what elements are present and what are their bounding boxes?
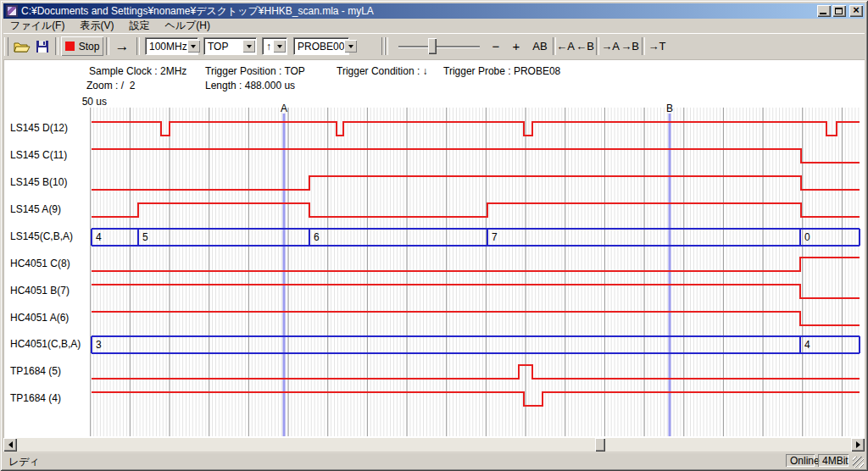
triangle-left-icon [5,441,13,448]
menu-view[interactable]: 表示(V) [73,18,122,34]
open-file-button[interactable] [12,37,32,56]
channel-label: LS145 C(11) [10,149,90,161]
chevron-down-icon[interactable] [187,40,200,53]
scrollbar-thumb[interactable] [595,438,605,452]
scroll-left-button[interactable] [3,438,17,452]
window-title: C:¥Documents and Settings¥noname¥デスクトップ¥… [21,4,815,19]
run-button[interactable]: → [111,36,133,56]
minimize-button[interactable] [817,5,831,17]
resize-grip[interactable] [853,457,864,468]
set-a-icon: →A [601,40,620,53]
zoom-out-button[interactable]: − [487,36,505,56]
trigger-probe-value: PROBE00 [294,41,344,53]
toolbar-grip[interactable] [4,37,8,56]
app-window: C:¥Documents and Settings¥noname¥デスクトップ¥… [0,0,868,471]
channel-label: LS145 B(10) [10,176,90,188]
stop-button[interactable]: Stop [61,36,103,56]
status-online: Online [786,454,815,467]
arrow-a-icon: ←A [556,40,575,53]
minus-icon: − [492,39,500,53]
ab-label: AB [532,40,547,53]
goto-marker-a-button[interactable]: ←A [556,36,575,56]
maximize-button[interactable] [832,5,846,17]
channel-label: HC4051 B(7) [10,285,90,296]
channel-label: LS145 A(9) [10,203,90,215]
save-file-button[interactable] [32,37,53,56]
sample-clock-value: 100MHz [146,41,187,53]
set-b-icon: →B [620,40,639,53]
horizontal-scrollbar[interactable] [3,438,865,452]
trigger-position-value: TOP [204,41,242,53]
channel-label: HC4051(C,B,A) [10,338,90,350]
zoom-info: Zoom : / 2 [86,80,135,91]
menu-file[interactable]: ファイル(F) [3,18,73,34]
open-folder-icon [14,41,31,53]
toolbar-separator [136,37,140,55]
menu-help[interactable]: ヘルプ(H) [158,18,219,34]
status-message: レディ [8,455,40,469]
trigger-edge-value: ↑ [263,41,273,53]
app-icon [6,5,18,17]
zoom-slider[interactable] [397,36,481,56]
stop-icon [65,42,75,51]
zoom-slider-thumb[interactable] [428,38,437,54]
scroll-right-button[interactable] [851,438,865,452]
set-marker-b-button[interactable]: →B [620,36,639,56]
trigger-position-combo[interactable]: TOP [203,37,257,55]
status-bar: レディ Online 4MBit [3,452,865,468]
goto-marker-b-button[interactable]: ←B [576,36,594,56]
time-axis-label: 50 us [73,96,107,108]
channel-label: LS145 D(12) [10,122,90,134]
stop-label: Stop [79,41,100,53]
goto-trigger-button[interactable]: →T [648,36,666,56]
toolbar-separator [106,37,109,55]
chevron-down-icon[interactable] [242,40,255,53]
toolbar-separator [385,37,388,55]
channel-label: HC4051 A(6) [10,312,90,324]
run-arrow-icon: → [115,38,130,55]
trigger-condition-info: Trigger Condition : ↓ [337,65,428,77]
menu-bar: ファイル(F) 表示(V) 設定 ヘルプ(H) [3,19,865,33]
toolbar-separator [596,37,599,55]
trigger-probe-info: Trigger Probe : PROBE08 [443,65,560,77]
waveform-panel[interactable] [3,59,865,438]
arrow-b-icon: ←B [576,40,594,53]
toolbar-separator [55,37,58,55]
trigger-arrow-icon: →T [648,40,666,53]
set-marker-a-button[interactable]: →A [601,36,620,56]
status-memory: 4MBit [818,454,849,467]
channel-label: LS145(C,B,A) [10,230,90,242]
chevron-down-icon[interactable] [344,40,357,53]
menu-settings[interactable]: 設定 [122,18,158,34]
trigger-probe-combo[interactable]: PROBE00 [293,37,349,55]
plus-icon: + [513,39,520,53]
zoom-slider-track[interactable] [398,46,480,47]
title-bar[interactable]: C:¥Documents and Settings¥noname¥デスクトップ¥… [3,3,865,19]
channel-label: TP1684 (5) [10,365,90,377]
trigger-edge-combo[interactable]: ↑ [262,37,287,55]
sample-clock-info: Sample Clock : 2MHz [89,65,186,77]
trigger-position-info: Trigger Position : TOP [205,65,305,77]
chevron-down-icon[interactable] [273,40,286,53]
channel-label: HC4051 C(8) [10,258,90,269]
toolbar-separator [642,37,645,55]
close-button[interactable] [849,5,863,17]
floppy-disk-icon [36,40,49,53]
length-info: Length : 488.000 us [205,80,295,91]
ab-range-button[interactable]: AB [529,36,551,56]
zoom-in-button[interactable]: + [507,36,526,56]
toolbar: Stop → 100MHz TOP ↑ PROBE00 − [3,33,865,59]
channel-label: TP1684 (4) [10,392,90,404]
triangle-right-icon [856,441,864,448]
sample-clock-combo[interactable]: 100MHz [145,37,198,55]
